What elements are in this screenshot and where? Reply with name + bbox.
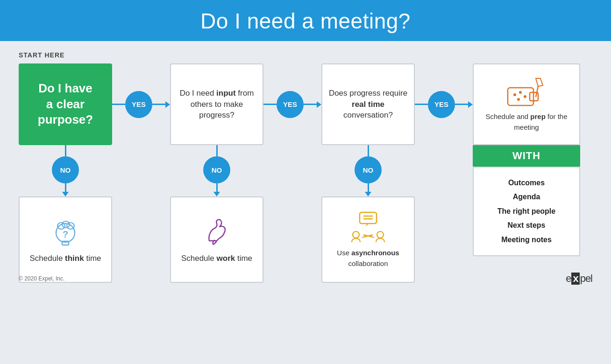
svg-point-10 [377, 231, 384, 238]
with-item-notes: Meeting notes [481, 233, 572, 247]
svg-point-18 [513, 93, 516, 96]
svg-point-19 [519, 91, 522, 94]
with-label: WITH [473, 145, 580, 167]
svg-point-9 [353, 231, 359, 238]
no1-circle: NO [52, 156, 79, 183]
think-time-box: ? Schedule think time [19, 196, 112, 283]
flowchart: Do I havea clearpurpose? NO [19, 63, 592, 283]
async-text: Use asynchronous collaboration [329, 248, 407, 269]
yes2-h-connector: YES [263, 63, 321, 145]
with-item-nextsteps: Next steps [481, 218, 572, 232]
work-time-text: Schedule work time [181, 252, 252, 265]
q1-box: Do I havea clearpurpose? [19, 63, 112, 145]
header: Do I need a meeting? [0, 0, 611, 41]
svg-point-20 [517, 98, 520, 101]
muscle-icon [200, 215, 234, 249]
brain-icon: ? [49, 215, 82, 249]
no3-circle: NO [355, 156, 382, 183]
with-item-agenda: Agenda [481, 190, 572, 204]
no2-circle: NO [203, 156, 230, 183]
h-line1 [112, 104, 125, 105]
with-items-box: Outcomes Agenda The right people Next st… [473, 167, 580, 256]
yes1-circle: YES [125, 91, 152, 118]
async-box: Use asynchronous collaboration [321, 196, 415, 283]
v-arrow1 [62, 192, 69, 196]
col1: Do I havea clearpurpose? NO [19, 63, 112, 283]
footer: © 2020 Expel, Inc. expel [19, 273, 592, 285]
svg-rect-1 [62, 241, 69, 245]
yes3-h-connector: YES [415, 63, 473, 145]
q1-text: Do I havea clearpurpose? [38, 81, 93, 128]
copyright: © 2020 Expel, Inc. [19, 275, 64, 282]
no2-connector: NO [203, 145, 230, 196]
async-icon [349, 210, 387, 244]
q3-text: Does progress require real time conversa… [328, 88, 408, 121]
cooking-icon [505, 76, 547, 109]
page-title: Do I need a meeting? [0, 8, 611, 34]
q3-box: Does progress require real time conversa… [321, 63, 415, 145]
h-arrow1 [165, 101, 170, 108]
schedule-meeting-box: Schedule and prep for the meeting [473, 63, 580, 145]
h-arrow2 [317, 101, 321, 108]
v-line1 [65, 145, 66, 156]
svg-rect-6 [360, 212, 377, 224]
no1-connector: NO [52, 145, 79, 196]
expel-logo: expel [566, 273, 592, 285]
v-arrow2 [213, 192, 220, 196]
svg-point-21 [524, 95, 526, 98]
col3: Does progress require real time conversa… [321, 63, 415, 283]
yes3-circle: YES [428, 91, 455, 118]
svg-text:?: ? [63, 229, 68, 239]
content-area: START HERE Do I havea clearpurpose? NO [0, 41, 611, 290]
h-line1b [152, 104, 165, 105]
with-item-people: The right people [481, 204, 572, 218]
q2-box: Do I need input from others to make prog… [170, 63, 263, 145]
start-label: START HERE [19, 51, 592, 59]
no3-connector: NO [355, 145, 382, 196]
svg-point-5 [67, 223, 74, 229]
q2-text: Do I need input from others to make prog… [177, 88, 257, 121]
yes1-h-connector: YES [112, 63, 170, 145]
v-arrow3 [365, 192, 371, 196]
schedule-meeting-text: Schedule and prep for the meeting [478, 112, 575, 133]
with-item-outcomes: Outcomes [481, 176, 572, 190]
work-time-box: Schedule work time [170, 196, 263, 283]
col2: Do I need input from others to make prog… [170, 63, 263, 283]
v-line2 [65, 183, 66, 192]
yes2-circle: YES [277, 91, 304, 118]
h-arrow3 [468, 101, 473, 108]
col4: Schedule and prep for the meeting WITH O… [473, 63, 580, 256]
expel-x: x [571, 273, 579, 285]
think-time-text: Schedule think time [29, 252, 101, 265]
